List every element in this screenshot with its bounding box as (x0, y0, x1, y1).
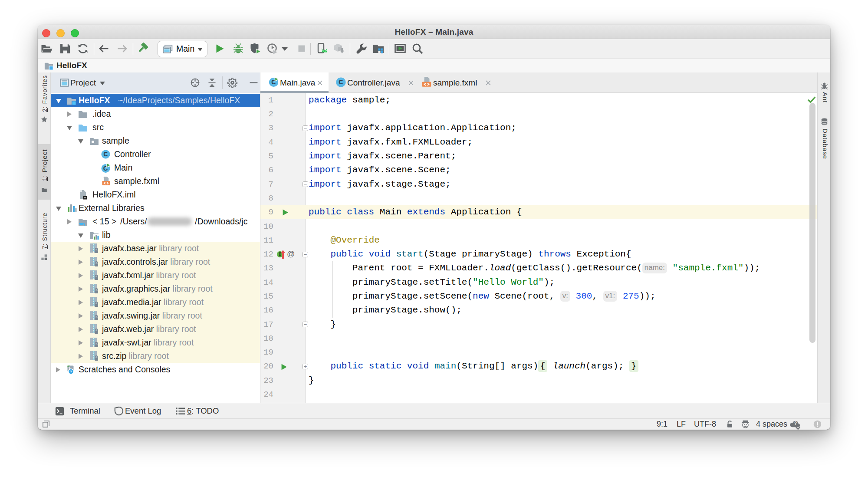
svg-text:C: C (103, 151, 108, 158)
svg-text:C: C (339, 79, 343, 85)
svg-text:?: ? (794, 421, 797, 426)
